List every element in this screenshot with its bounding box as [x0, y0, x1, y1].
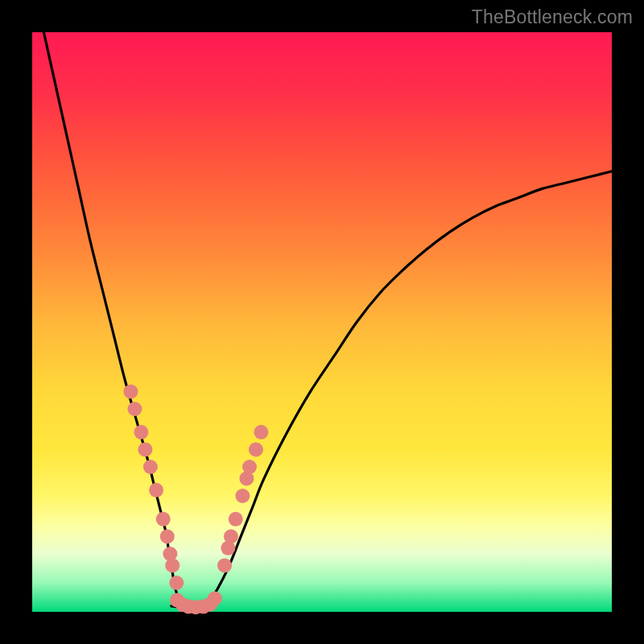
chart-frame: TheBottleneck.com [0, 0, 644, 644]
series-right-curve [206, 171, 612, 606]
marker-point [224, 529, 238, 543]
marker-point [242, 460, 257, 474]
marker-layer [123, 384, 268, 614]
marker-point [143, 460, 158, 474]
curve-layer [43, 32, 612, 608]
marker-point [160, 529, 175, 543]
marker-point [229, 512, 243, 526]
marker-point [138, 442, 152, 456]
marker-point [134, 425, 148, 440]
marker-point [149, 483, 163, 497]
marker-point [156, 512, 171, 526]
marker-point [217, 558, 232, 572]
marker-point [249, 442, 263, 456]
watermark-text: TheBottleneck.com [472, 6, 633, 28]
marker-point [254, 425, 268, 440]
marker-point [235, 489, 250, 503]
marker-point [208, 591, 222, 605]
marker-point [169, 576, 184, 590]
chart-svg [32, 32, 612, 612]
marker-point [127, 402, 142, 416]
marker-point [165, 558, 180, 572]
marker-point [123, 384, 138, 398]
